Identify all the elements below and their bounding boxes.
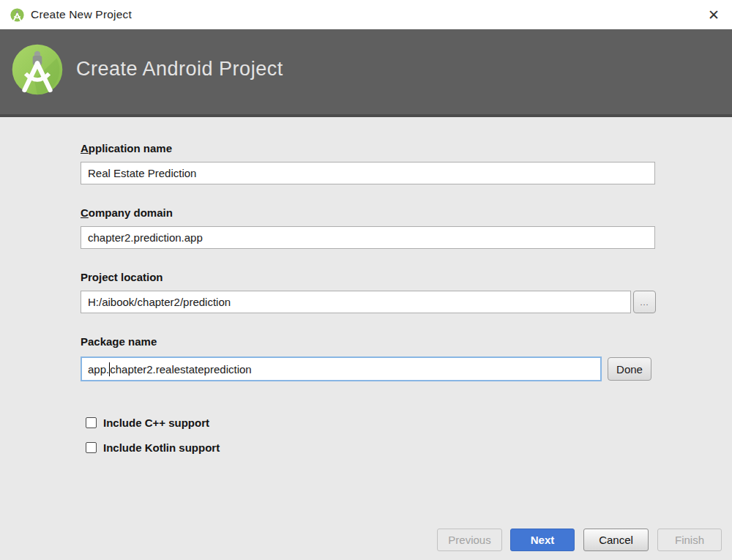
project-location-input[interactable] [81, 291, 631, 313]
browse-folder-button[interactable]: ... [633, 291, 656, 313]
company-domain-label: Company domain [81, 206, 173, 219]
finish-button: Finish [657, 529, 722, 551]
wizard-header: Create Android Project [0, 29, 732, 117]
project-location-label: Project location [81, 271, 163, 283]
done-button[interactable]: Done [608, 357, 651, 381]
android-studio-logo-icon [12, 44, 63, 95]
android-studio-small-icon [10, 8, 24, 22]
wizard-title: Create Android Project [76, 58, 283, 81]
application-name-label: Application name [81, 142, 172, 154]
include-cpp-label: Include C++ support [103, 417, 209, 429]
include-kotlin-label: Include Kotlin support [103, 441, 220, 454]
application-name-label-rest: pplication name [89, 142, 172, 154]
previous-button: Previous [437, 529, 502, 551]
checkbox-icon[interactable] [86, 442, 97, 453]
company-domain-input[interactable] [81, 226, 655, 249]
close-icon[interactable]: ✕ [701, 3, 726, 26]
package-name-value-after-caret: chapter2.realestateprediction [110, 363, 251, 376]
create-new-project-dialog: Create New Project ✕ Create Android Proj… [0, 0, 732, 560]
window-title: Create New Project [31, 8, 132, 21]
application-name-input[interactable] [81, 162, 655, 184]
company-domain-label-rest: ompany domain [89, 206, 173, 219]
title-bar: Create New Project ✕ [0, 0, 732, 29]
include-kotlin-checkbox[interactable]: Include Kotlin support [86, 441, 220, 454]
include-cpp-checkbox[interactable]: Include C++ support [86, 416, 209, 429]
package-name-label: Package name [81, 335, 157, 348]
application-name-mnemonic: A [81, 142, 89, 154]
cancel-button[interactable]: Cancel [583, 529, 649, 551]
checkbox-icon[interactable] [86, 417, 97, 428]
form-area: Application name Company domain Project … [0, 117, 732, 560]
package-name-input[interactable]: app.chapter2.realestateprediction [81, 356, 602, 381]
package-name-value-before-caret: app. [88, 363, 109, 376]
next-button[interactable]: Next [510, 529, 575, 551]
company-domain-mnemonic: C [81, 206, 89, 219]
